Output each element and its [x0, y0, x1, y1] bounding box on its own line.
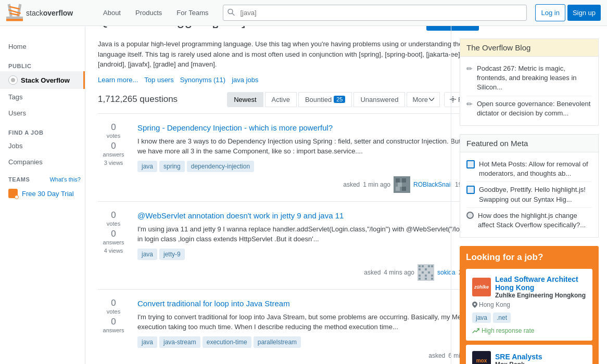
logo[interactable]: stackoverflow: [6, 3, 88, 22]
free-trial-button[interactable]: Free 30 Day Trial: [0, 185, 85, 202]
search-input[interactable]: [java]: [223, 5, 527, 21]
tag[interactable]: jetty-9: [159, 249, 185, 260]
vote-count: 0: [107, 122, 120, 133]
tag[interactable]: java: [137, 161, 157, 172]
tag[interactable]: java: [137, 336, 157, 348]
meta-post-icon: [466, 160, 475, 168]
sidebar-item-jobs[interactable]: Jobs: [0, 138, 85, 154]
top-users-link[interactable]: Top users: [144, 76, 173, 84]
svg-rect-22: [396, 187, 400, 191]
svg-rect-28: [428, 265, 430, 267]
answers-box: 0 answers: [103, 229, 124, 245]
nav-for-teams[interactable]: For Teams: [170, 5, 214, 21]
company-logo-2: mox: [472, 351, 491, 364]
tag[interactable]: dependency-injection: [187, 161, 254, 172]
teams-icon: [8, 189, 18, 198]
company-name-2: Mox Bank: [495, 361, 542, 364]
answers-box: 0 answers: [103, 317, 124, 333]
tab-active[interactable]: Active: [265, 92, 297, 107]
tag: .net: [493, 313, 511, 323]
answer-count: 0: [103, 317, 124, 327]
svg-rect-21: [398, 183, 402, 187]
left-sidebar: Home PUBLIC Stack Overflow Tags Users FI…: [0, 26, 85, 364]
signup-button[interactable]: Sign up: [567, 5, 601, 21]
svg-rect-40: [431, 275, 433, 277]
svg-rect-30: [419, 268, 421, 270]
teams-label: TEAMS: [8, 176, 30, 183]
learn-more-link[interactable]: Learn more...: [98, 76, 138, 84]
question-tags: java jetty-9: [137, 249, 479, 260]
synonyms-link[interactable]: Synonyms (11): [180, 76, 225, 84]
svg-rect-19: [396, 178, 400, 183]
question-title[interactable]: @WebServlet annotation doesn't work in j…: [137, 210, 479, 221]
job-title-link-2[interactable]: SRE Analysts: [495, 353, 542, 361]
svg-rect-5: [9, 17, 20, 18]
meta-item-text: How does the highlight.js change affect …: [478, 211, 592, 230]
tab-bountied[interactable]: Bountied 25: [298, 92, 352, 107]
tab-newest[interactable]: Newest: [227, 92, 263, 107]
sidebar-item-home[interactable]: Home: [0, 38, 85, 55]
job-company-row: mox SRE Analysts Mox Bank: [472, 351, 586, 364]
question-excerpt: I know there are 3 ways to do Dependency…: [137, 136, 479, 157]
job-info: Lead Software Architect Hong Kong Zuhlke…: [495, 275, 586, 299]
question-meta: asked 6 mins ago: [137, 352, 479, 359]
svg-rect-36: [428, 271, 430, 274]
svg-rect-23: [402, 187, 406, 191]
right-sidebar: The Overflow Blog ✏ Podcast 267: Metric …: [451, 26, 607, 364]
sidebar-item-companies[interactable]: Companies: [0, 154, 85, 170]
question-stats: 0 votes 0 answers 4 views: [98, 210, 129, 281]
job-title-link[interactable]: Lead Software Architect Hong Kong: [495, 275, 578, 292]
sidebar-item-stack-overflow[interactable]: Stack Overflow: [0, 71, 85, 89]
avatar: [394, 176, 410, 193]
votes-box: 0 votes: [107, 122, 120, 139]
tab-more[interactable]: More: [407, 92, 440, 107]
answer-count: 0: [103, 229, 124, 239]
svg-text:stackoverflow: stackoverflow: [26, 9, 73, 17]
svg-rect-20: [402, 178, 406, 183]
svg-rect-25: [419, 265, 421, 267]
svg-rect-41: [419, 278, 421, 280]
svg-point-12: [11, 78, 15, 82]
teams-section: TEAMS What's this? Free 30 Day Trial: [0, 174, 85, 202]
java-jobs-link[interactable]: java jobs: [232, 76, 258, 84]
job-tags: java .net: [472, 313, 586, 323]
tab-unanswered[interactable]: Unanswered: [353, 92, 405, 107]
jobs-widget: Looking for a job? zühlke Lead Software …: [460, 246, 599, 364]
tag: java: [472, 313, 491, 323]
svg-rect-27: [425, 265, 427, 267]
questions-toolbar: 1,712,265 questions Newest Active Bounti…: [98, 92, 479, 107]
tag[interactable]: parallelstream: [254, 336, 301, 348]
sidebar-item-users[interactable]: Users: [0, 105, 85, 121]
svg-rect-35: [425, 271, 427, 274]
tag[interactable]: spring: [159, 161, 185, 172]
login-button[interactable]: Log in: [535, 4, 565, 21]
tag[interactable]: java: [137, 249, 157, 260]
asked-text: asked: [343, 181, 360, 188]
svg-rect-32: [431, 268, 433, 270]
questions-count: 1,712,265 questions: [98, 94, 178, 105]
svg-rect-1: [6, 19, 23, 21]
search-bar: [java]: [223, 5, 527, 21]
meta-item-text: Hot Meta Posts: Allow for removal of mod…: [479, 160, 592, 178]
table-row: 0 votes 0 answers 3 views Spring - Depen…: [98, 114, 479, 202]
featured-meta-widget: Featured on Meta Hot Meta Posts: Allow f…: [460, 134, 599, 238]
question-title[interactable]: Convert traditional for loop into Java S…: [137, 298, 479, 309]
vote-count: 0: [107, 298, 120, 308]
answers-box: 0 answers: [103, 141, 124, 158]
svg-rect-26: [422, 265, 424, 267]
svg-rect-33: [419, 271, 421, 274]
sidebar-item-tags[interactable]: Tags: [0, 89, 85, 105]
nav-products[interactable]: Products: [129, 5, 168, 21]
question-title[interactable]: Spring - Dependency Injection - which is…: [137, 122, 479, 133]
whats-this-link[interactable]: What's this?: [49, 176, 81, 183]
tag[interactable]: java-stream: [159, 336, 200, 348]
asked-text: asked: [428, 352, 445, 359]
company-name: Zuhlke Engineering Hongkong: [495, 292, 586, 299]
tag[interactable]: execution-time: [203, 336, 251, 348]
high-response-indicator: High response rate: [472, 327, 586, 334]
svg-rect-43: [425, 278, 427, 280]
user-name-link[interactable]: ROBlackSnail: [413, 181, 452, 188]
nav-about[interactable]: About: [97, 5, 127, 21]
question-meta: asked 1 min ago RO: [137, 176, 479, 193]
question-list: 0 votes 0 answers 3 views Spring - Depen…: [98, 113, 479, 365]
